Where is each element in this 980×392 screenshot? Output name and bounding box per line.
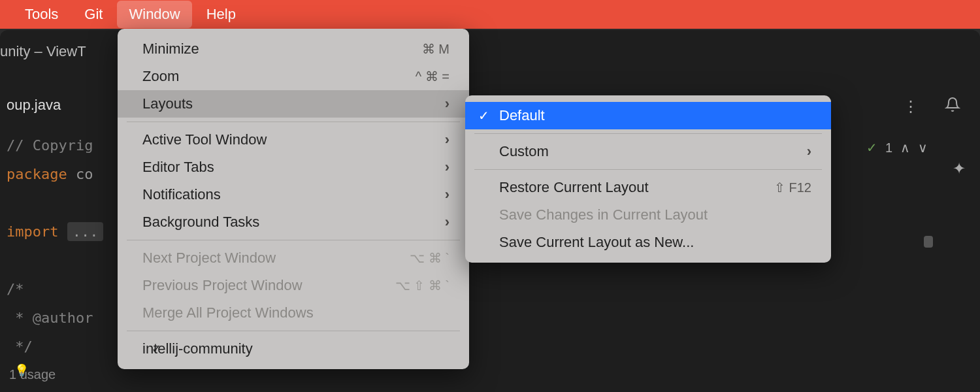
check-icon: ✓ xyxy=(152,342,161,356)
usage-hint[interactable]: 1 usage xyxy=(9,367,56,382)
menu-item-editor-tabs[interactable]: Editor Tabs› xyxy=(118,154,469,181)
submenu-item-default[interactable]: ✓Default xyxy=(465,102,831,129)
editor-line: import ... xyxy=(7,218,103,246)
menu-separator xyxy=(474,133,822,134)
menu-separator xyxy=(474,169,822,170)
more-icon[interactable]: ⋮ xyxy=(903,97,919,116)
menubar-item-help[interactable]: Help xyxy=(195,1,248,28)
problems-count: 1 xyxy=(885,140,892,155)
menu-item-next-project-window: Next Project Window⌥ ⌘ ` xyxy=(118,244,469,272)
menu-separator xyxy=(127,331,460,331)
menubar-item-window[interactable]: Window xyxy=(117,1,191,28)
menu-separator xyxy=(127,122,460,122)
menu-separator xyxy=(127,240,460,240)
editor-line: */ xyxy=(7,333,103,361)
editor-line xyxy=(7,189,103,218)
editor-line: * @author xyxy=(7,304,103,333)
editor-line: package co xyxy=(7,160,103,189)
nav-up-icon[interactable]: ∧ xyxy=(900,140,910,155)
menu-item-previous-project-window: Previous Project Window⌥ ⇧ ⌘ ` xyxy=(118,272,469,299)
check-icon[interactable]: ✓ xyxy=(866,140,877,155)
chevron-right-icon: › xyxy=(445,159,449,176)
chevron-right-icon: › xyxy=(807,143,811,160)
scrollbar[interactable] xyxy=(924,135,933,392)
menu-item-merge-all-windows: Merge All Project Windows xyxy=(118,299,469,327)
editor-line xyxy=(7,246,103,275)
check-icon: ✓ xyxy=(478,108,489,123)
editor-line: /* xyxy=(7,275,103,304)
menu-item-zoom[interactable]: Zoom^ ⌘ = xyxy=(118,63,469,90)
window-menu: Minimize⌘ M Zoom^ ⌘ = Layouts› Active To… xyxy=(118,29,469,369)
menu-item-background-tasks[interactable]: Background Tasks› xyxy=(118,208,469,236)
chevron-right-icon: › xyxy=(445,186,449,203)
layouts-submenu: ✓Default Custom› Restore Current Layout⇧… xyxy=(465,95,831,263)
scrollbar-thumb[interactable] xyxy=(924,236,933,248)
menu-item-notifications[interactable]: Notifications› xyxy=(118,181,469,208)
editor-line: // Copyrig xyxy=(7,131,103,160)
window-title: unity – ViewT xyxy=(0,43,86,60)
submenu-item-restore-layout[interactable]: Restore Current Layout⇧ F12 xyxy=(465,174,831,201)
toolbar-right: ⋮ xyxy=(903,97,960,116)
sparkle-icon[interactable]: ✦ xyxy=(953,159,966,178)
menu-item-project-intellij-community[interactable]: ✓intellij-community xyxy=(118,335,469,363)
submenu-item-save-changes: Save Changes in Current Layout xyxy=(465,201,831,229)
menubar: Tools Git Window Help xyxy=(0,0,980,29)
menu-item-minimize[interactable]: Minimize⌘ M xyxy=(118,35,469,63)
menu-item-layouts[interactable]: Layouts› xyxy=(118,90,469,118)
submenu-item-save-as-new[interactable]: Save Current Layout as New... xyxy=(465,229,831,256)
menubar-item-git[interactable]: Git xyxy=(73,1,114,28)
bell-icon[interactable] xyxy=(945,97,960,116)
file-tab[interactable]: oup.java xyxy=(7,97,61,114)
chevron-right-icon: › xyxy=(445,95,449,112)
code-editor[interactable]: // Copyrig package co import ... /* * @a… xyxy=(7,131,103,361)
chevron-right-icon: › xyxy=(445,131,449,148)
menubar-item-tools[interactable]: Tools xyxy=(13,1,70,28)
editor-toolbar: ✓ 1 ∧ ∨ xyxy=(866,140,928,155)
chevron-right-icon: › xyxy=(445,214,449,231)
submenu-item-custom[interactable]: Custom› xyxy=(465,138,831,165)
menu-item-active-tool-window[interactable]: Active Tool Window› xyxy=(118,126,469,154)
